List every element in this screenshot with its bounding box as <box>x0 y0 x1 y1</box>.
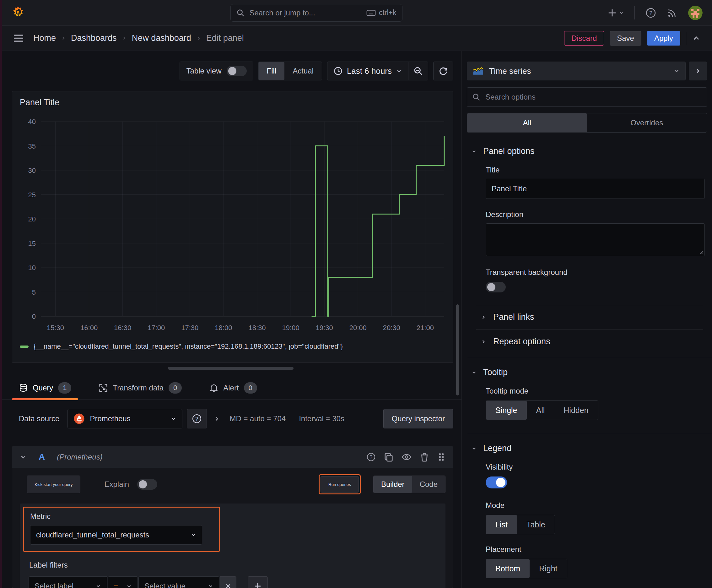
mega-menu-button[interactable] <box>13 34 24 43</box>
duplicate-query-icon[interactable] <box>384 452 393 462</box>
options-search-input[interactable] <box>485 92 702 102</box>
query-row-header[interactable]: A (Prometheus) ? <box>12 446 453 468</box>
zoom-out-button[interactable] <box>408 62 428 80</box>
fill-actual-segment: Fill Actual <box>258 62 322 80</box>
clock-icon <box>334 67 343 76</box>
breadcrumb-dashboards[interactable]: Dashboards <box>71 33 117 43</box>
search-input[interactable] <box>249 8 366 18</box>
select-label-dropdown[interactable]: Select label <box>28 576 107 588</box>
tab-all[interactable]: All <box>467 113 587 132</box>
explain-toggle[interactable] <box>137 479 157 490</box>
options-filter-tabs: All Overrides <box>467 113 707 132</box>
pane-resize-handle[interactable] <box>168 367 294 370</box>
breadcrumb: Home Dashboards New dashboard Edit panel <box>33 33 244 43</box>
discard-button[interactable]: Discard <box>564 31 604 45</box>
series-color-icon <box>20 345 28 348</box>
time-series-chart[interactable]: 15:3016:0016:3017:0017:3018:0018:3019:00… <box>14 107 451 340</box>
remove-filter-button[interactable] <box>220 576 236 588</box>
chevron-right-icon <box>481 314 486 320</box>
zoom-out-icon <box>413 66 423 76</box>
refresh-button[interactable] <box>434 62 453 80</box>
collapse-header-button[interactable] <box>692 34 701 43</box>
legend-mode-table-option[interactable]: Table <box>517 515 555 534</box>
chart-legend[interactable]: {__name__="cloudflared_tunnel_total_requ… <box>12 342 453 351</box>
options-search[interactable] <box>467 87 707 107</box>
operator-dropdown[interactable]: = <box>108 576 138 588</box>
run-queries-button[interactable]: Run queries <box>321 476 359 492</box>
chevron-down-icon <box>171 416 176 422</box>
global-search[interactable]: ctrl+k <box>231 4 403 22</box>
help-button[interactable]: ? <box>645 7 656 18</box>
title-field-label: Title <box>486 166 708 174</box>
svg-text:20: 20 <box>28 215 36 223</box>
tab-alert-label: Alert <box>223 383 239 392</box>
time-range-picker[interactable]: Last 6 hours <box>327 62 408 80</box>
metric-select[interactable]: cloudflared_tunnel_total_requests <box>30 525 202 545</box>
tab-query[interactable]: Query 1 <box>12 376 78 400</box>
table-view-toggle[interactable] <box>226 66 247 76</box>
content-scrollbar[interactable] <box>456 304 459 396</box>
tooltip-mode-label: Tooltip mode <box>486 387 708 396</box>
query-inspector-button[interactable]: Query inspector <box>383 409 453 428</box>
chevron-down-icon <box>191 532 196 538</box>
svg-text:?: ? <box>196 416 198 422</box>
tab-overrides[interactable]: Overrides <box>587 113 707 132</box>
chevron-down-icon <box>126 583 132 588</box>
svg-text:5: 5 <box>32 288 36 296</box>
visual-query-builder: Metric cloudflared_tunnel_total_requests… <box>20 504 446 588</box>
save-button[interactable]: Save <box>610 31 641 45</box>
hide-query-icon[interactable] <box>402 452 412 462</box>
chevron-right-icon <box>695 68 701 74</box>
kick-start-button[interactable]: Kick start your query <box>27 476 80 493</box>
editor-tabs: Query 1 Transform data 0 Alert 0 <box>0 376 461 400</box>
news-rss-button[interactable] <box>667 7 677 18</box>
prometheus-icon <box>73 413 85 424</box>
select-label-placeholder: Select label <box>35 582 73 588</box>
datasource-picker[interactable]: Prometheus <box>67 409 182 428</box>
drag-handle-icon[interactable] <box>437 452 446 462</box>
user-avatar[interactable] <box>688 6 703 20</box>
panel-description-textarea[interactable] <box>486 223 705 256</box>
series-legend-label: {__name__="cloudflared_tunnel_total_requ… <box>34 342 343 351</box>
select-value-dropdown[interactable]: Select value <box>138 576 219 588</box>
breadcrumb-new-dashboard[interactable]: New dashboard <box>132 33 191 43</box>
section-tooltip[interactable]: Tooltip <box>471 368 708 377</box>
breadcrumb-home[interactable]: Home <box>33 33 56 43</box>
query-help-icon[interactable]: ? <box>366 452 376 462</box>
metric-label: Metric <box>30 512 213 521</box>
builder-option[interactable]: Builder <box>373 476 412 493</box>
panel-preview[interactable]: Panel Title 15:3016:0016:3017:0017:3018:… <box>12 91 453 363</box>
svg-text:16:00: 16:00 <box>80 324 98 332</box>
viz-suggestions-button[interactable] <box>689 62 707 80</box>
query-options-expander[interactable] <box>214 416 220 422</box>
tab-alert[interactable]: Alert 0 <box>202 376 264 400</box>
svg-text:17:30: 17:30 <box>181 324 198 332</box>
section-panel-links[interactable]: Panel links <box>471 305 708 322</box>
legend-mode-list-option[interactable]: List <box>486 515 517 534</box>
datasource-help-button[interactable]: ? <box>187 409 207 428</box>
tooltip-single-option[interactable]: Single <box>486 401 527 420</box>
code-option[interactable]: Code <box>412 476 445 493</box>
transparent-bg-toggle[interactable] <box>486 282 506 292</box>
legend-placement-bottom-option[interactable]: Bottom <box>486 559 530 578</box>
grafana-logo[interactable] <box>11 5 25 20</box>
section-legend[interactable]: Legend <box>471 443 708 453</box>
delete-query-icon[interactable] <box>420 452 429 462</box>
legend-visibility-toggle[interactable] <box>486 477 507 488</box>
panel-edit-content: Table view Fill Actual Last 6 hours <box>0 51 461 588</box>
add-filter-button[interactable] <box>248 576 268 588</box>
actual-option[interactable]: Actual <box>284 62 322 80</box>
panel-title-input[interactable] <box>486 179 705 199</box>
run-queries-highlight: Run queries <box>319 474 361 495</box>
fill-option[interactable]: Fill <box>259 62 285 80</box>
tab-transform-data[interactable]: Transform data 0 <box>92 376 189 400</box>
tooltip-all-option[interactable]: All <box>527 401 555 420</box>
apply-button[interactable]: Apply <box>647 31 680 45</box>
tooltip-hidden-option[interactable]: Hidden <box>554 401 598 420</box>
visualization-picker[interactable]: Time series <box>467 62 686 80</box>
section-repeat-options[interactable]: Repeat options <box>471 330 708 346</box>
new-menu-button[interactable] <box>607 8 624 18</box>
section-panel-options[interactable]: Panel options <box>471 146 708 156</box>
legend-placement-right-option[interactable]: Right <box>530 559 567 578</box>
description-field-label: Description <box>486 210 708 219</box>
